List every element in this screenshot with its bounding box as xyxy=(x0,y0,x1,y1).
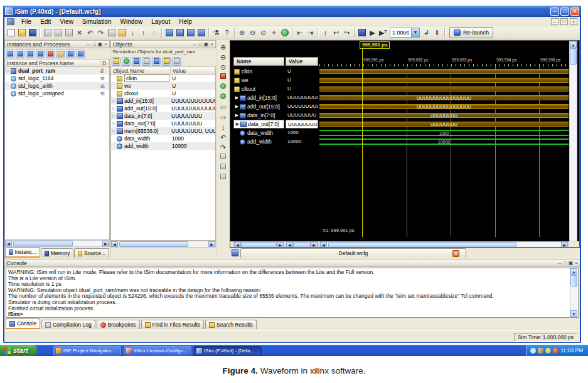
task-isim[interactable]: ISim (P.40xd) - [Defa... xyxy=(194,346,262,355)
expand-signal-button[interactable]: ↕ xyxy=(218,122,228,131)
instances-reload-button[interactable] xyxy=(76,50,85,58)
goto-prev-button[interactable]: ↑ xyxy=(138,28,149,38)
wave-data-in[interactable]: UUUUUUUU xyxy=(319,111,569,120)
instances-goto-source-button[interactable] xyxy=(66,50,75,58)
wave-name-add-width[interactable]: add_width xyxy=(233,137,284,146)
cut-button[interactable] xyxy=(42,28,53,38)
tray-icon-2[interactable] xyxy=(545,348,551,354)
panel-maximize-icon[interactable]: □ xyxy=(199,41,202,48)
chevron-down-icon[interactable]: ▼ xyxy=(411,28,419,37)
scroll-left-icon[interactable]: ◀ xyxy=(286,242,293,248)
wave-doc-icon[interactable] xyxy=(232,249,238,256)
layout-cascade-button[interactable] xyxy=(196,28,206,38)
instances-expand-button[interactable] xyxy=(26,50,35,58)
panel-maximize-icon[interactable]: □ xyxy=(93,41,96,48)
tree-row-std-logic-1164[interactable]: std_logic_1164 st xyxy=(5,75,109,82)
tab-default-wcfg[interactable]: Default.wcfg ✕ xyxy=(240,248,466,258)
start-button[interactable]: start xyxy=(0,345,37,356)
scroll-down-icon[interactable]: ▼ xyxy=(570,310,577,317)
value-hscrollbar[interactable]: ◀▶ xyxy=(286,241,318,248)
canvas-hscrollbar[interactable]: ◀▶ xyxy=(319,241,569,248)
save-view-button[interactable] xyxy=(218,152,228,161)
wave-zoom-cursor-button[interactable] xyxy=(218,71,228,81)
tray-icon-1[interactable] xyxy=(538,348,543,354)
wave-we[interactable] xyxy=(319,76,569,85)
child-restore-button[interactable]: □ xyxy=(560,18,568,25)
tab-breakpoints[interactable]: Breakpoints xyxy=(97,320,140,329)
instances-header[interactable]: Instance and Process Name D xyxy=(4,59,110,67)
console-output[interactable]: WARNING: ISim will run in Lite mode. Ple… xyxy=(6,268,579,318)
expander-icon[interactable]: ▷ xyxy=(111,113,117,118)
menu-help[interactable]: Help xyxy=(174,18,196,26)
instances-sort-button[interactable] xyxy=(46,50,55,58)
wave-name-data-out[interactable]: ▶data_out[7:0] xyxy=(233,120,284,129)
time-cursor-line[interactable] xyxy=(362,48,363,237)
object-row-clkout[interactable]: clkout U xyxy=(111,90,215,97)
expander-icon[interactable]: ▷ xyxy=(5,68,11,73)
object-row-add-out[interactable]: ▷ add_out[15:0] UUUUUUUUUUUUUUUU xyxy=(111,105,215,112)
expander-icon[interactable]: ▷ xyxy=(111,98,117,103)
instances-collapse-button[interactable] xyxy=(36,50,45,58)
wave-zoom-full-button[interactable]: ⊙ xyxy=(218,61,228,71)
instances-hscrollbar[interactable]: ◀ ▶ xyxy=(4,240,110,247)
object-row-data-out[interactable]: ▷ data_out[7:0] UUUUUUUU xyxy=(111,120,215,127)
scroll-left-icon[interactable]: ◀ xyxy=(320,242,327,248)
scroll-left-icon[interactable]: ◀ xyxy=(234,242,241,248)
panel-float-icon[interactable]: ↔ xyxy=(86,41,91,48)
run-for-time-button[interactable]: ▶ᵀ xyxy=(378,28,388,38)
layout-tile-button[interactable] xyxy=(185,28,196,38)
child-close-button[interactable]: × xyxy=(570,18,577,25)
find-in-files-button[interactable] xyxy=(117,28,127,38)
zoom-cursor-button[interactable]: ⌖ xyxy=(269,28,279,38)
find-button[interactable] xyxy=(106,28,117,38)
wave-col-value-header[interactable]: Value xyxy=(286,57,318,66)
object-row-add-in[interactable]: ▷ add_in[15:0] UUUUUUUUUUUUUUUU xyxy=(111,97,215,105)
scroll-left-icon[interactable]: ◀ xyxy=(5,241,12,246)
panel-close-icon[interactable]: × xyxy=(210,41,213,48)
object-row-mem[interactable]: ▷ mem[65536:0] UUUUUUUU, UUUUU xyxy=(111,127,215,135)
wave-data-out[interactable]: UUUUUUUU xyxy=(319,120,569,129)
prev-transition-button[interactable]: ⇦ xyxy=(218,102,228,111)
menu-layout[interactable]: Layout xyxy=(147,18,174,26)
expander-icon[interactable]: ▶ xyxy=(234,113,240,118)
expander-icon[interactable]: ▷ xyxy=(111,106,117,111)
console-vscrollbar[interactable]: ▲ ▼ xyxy=(570,268,577,317)
objects-filter-inputs-button[interactable] xyxy=(132,57,141,66)
wave-name-add-out[interactable]: ▶add_out[15:0] xyxy=(233,102,284,111)
scroll-right-icon[interactable]: ▶ xyxy=(277,242,284,248)
panel-undock-icon[interactable]: ▣ xyxy=(204,41,209,48)
redo-button[interactable]: ↷ xyxy=(95,28,106,38)
wave-add-in[interactable]: UUUUUUUUUUUUUUUU xyxy=(319,93,569,102)
stop-button[interactable]: ◌ xyxy=(149,28,159,38)
panel-maximize-icon[interactable]: □ xyxy=(564,260,567,266)
wave-name-add-in[interactable]: ▶add_in[15:0] xyxy=(233,93,284,102)
objects-filter-constants-button[interactable] xyxy=(172,57,181,66)
objects-filter-internals-button[interactable] xyxy=(162,57,171,66)
title-bar[interactable]: ISim (P.40xd) - [Default.wcfg] – □ ✕ xyxy=(3,6,581,17)
menu-edit[interactable]: Edit xyxy=(36,18,55,26)
panel-close-icon[interactable]: × xyxy=(104,41,107,48)
float-panel-button[interactable] xyxy=(164,28,174,38)
wave-name-clkout[interactable]: clkout xyxy=(233,85,284,93)
instances-search-button[interactable] xyxy=(16,50,24,58)
objects-filter-outputs-button[interactable] xyxy=(142,57,151,66)
expander-icon[interactable]: ▶ xyxy=(235,122,240,127)
cursor-time-label[interactable]: 999,991 ps xyxy=(360,41,390,49)
expander-icon[interactable]: ▶ xyxy=(234,104,240,109)
scroll-right-icon[interactable]: ▶ xyxy=(102,241,109,246)
objects-show-drivers-button[interactable] xyxy=(122,57,131,66)
save-button[interactable] xyxy=(27,28,38,38)
wave-vscrollbar[interactable]: ▲ xyxy=(569,41,577,241)
undo-button[interactable]: ↶ xyxy=(85,28,95,38)
panel-close-icon[interactable]: × xyxy=(575,260,578,266)
scroll-up-icon[interactable]: ▲ xyxy=(570,41,577,48)
open-file-button[interactable] xyxy=(16,28,27,38)
objects-filter-inouts-button[interactable] xyxy=(152,57,161,66)
menu-window[interactable]: Window xyxy=(116,18,147,26)
copy-button[interactable] xyxy=(53,28,63,38)
scroll-right-icon[interactable]: ▶ xyxy=(208,241,215,247)
zoom-in-button[interactable]: ⊕ xyxy=(237,28,247,38)
panel-float-icon[interactable]: ↔ xyxy=(557,260,562,266)
panel-undock-icon[interactable]: ▣ xyxy=(98,41,103,48)
tab-find-in-files-results[interactable]: Find in Files Results xyxy=(141,320,205,329)
